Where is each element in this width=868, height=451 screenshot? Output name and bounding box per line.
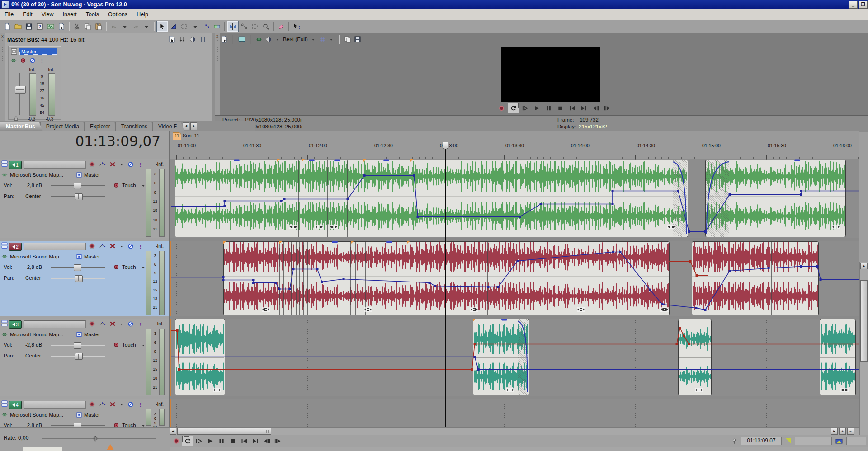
vertical-scrollbar[interactable]: ▲ ▼ + − (859, 262, 868, 451)
pan-slider[interactable] (51, 193, 105, 199)
menu-file[interactable]: File (0, 10, 18, 19)
track-device[interactable]: Microsoft Sound Map... (10, 332, 63, 337)
copy-button[interactable] (82, 21, 93, 32)
pan-value[interactable]: Center (25, 193, 41, 199)
phase-warning-icon[interactable]: ! (137, 243, 144, 249)
envelope-icon[interactable] (99, 320, 106, 327)
restore-button[interactable]: ❐ (859, 1, 868, 9)
vol-value[interactable]: -2,8 dB (25, 423, 42, 427)
phase-warning-icon[interactable]: ! (137, 401, 144, 408)
insert-fx-icon[interactable] (10, 57, 17, 64)
record-arm-icon[interactable] (89, 401, 95, 408)
open-project-button[interactable] (13, 21, 24, 32)
tab-project-media[interactable]: Project Media (40, 122, 87, 131)
bus-assign-icon[interactable] (76, 412, 82, 418)
normal-edit-tool-button[interactable] (156, 21, 168, 32)
phase-warning-icon[interactable]: ! (137, 321, 144, 327)
track-3-lane[interactable] (170, 319, 859, 396)
track-collapse-icon[interactable] (1, 160, 8, 167)
input-routing-icon[interactable] (1, 331, 8, 338)
loop-button[interactable] (182, 436, 193, 446)
track-2-lane[interactable] (170, 241, 859, 316)
selection-edit-tool-button[interactable] (179, 21, 190, 32)
meter-clip-left[interactable]: -Inf. (28, 67, 35, 72)
track-number-badge[interactable]: 2 (9, 243, 22, 251)
go-to-start-button[interactable] (566, 103, 577, 113)
vol-slider[interactable] (51, 264, 105, 270)
rate-shuttle-handle[interactable] (89, 435, 102, 442)
mute-dropdown-icon[interactable] (119, 402, 124, 407)
scroll-up-button[interactable]: ▲ (860, 263, 868, 269)
automation-mode[interactable]: Touch (122, 264, 136, 270)
record-button[interactable] (171, 436, 182, 446)
automation-gear-icon[interactable] (113, 342, 119, 348)
track-bus[interactable]: Master (84, 412, 100, 418)
tab-scroll-left[interactable]: ◄ (183, 122, 189, 130)
redo-button[interactable] (130, 21, 141, 32)
automation-mode[interactable]: Touch (122, 342, 136, 348)
automation-dropdown-icon[interactable] (141, 343, 146, 348)
copy-snapshot-button[interactable] (344, 36, 351, 43)
envelope-icon[interactable] (99, 161, 106, 168)
bus-properties-icon[interactable] (10, 48, 18, 55)
previous-frame-button[interactable] (261, 436, 272, 446)
tab-video-f[interactable]: Video F (152, 122, 184, 131)
render-as-button[interactable]: ? (34, 21, 45, 32)
menu-help[interactable]: Help (132, 10, 153, 19)
cursor-time-display[interactable]: 01:13:09,07 (0, 133, 160, 155)
status-time-field[interactable]: 01:13:09,07 (741, 437, 782, 445)
split-screen-button[interactable] (265, 36, 272, 43)
vol-value[interactable]: -2,8 dB (25, 183, 42, 188)
overlay-grid-button[interactable] (319, 36, 326, 43)
record-arm-icon[interactable] (89, 320, 95, 327)
undo-dropdown[interactable] (119, 21, 130, 32)
track-3-header[interactable]: 3 ! -Inf. Microsoft Sound Map... Master … (0, 319, 169, 396)
stop-button[interactable] (555, 103, 566, 113)
selection-end-field[interactable] (846, 437, 866, 445)
automation-gear-icon[interactable] (113, 264, 119, 270)
track-bus[interactable]: Master (84, 332, 100, 337)
time-ruler[interactable]: 01:11:0001:11:3001:12:0001:12:3001:13:00… (170, 141, 859, 160)
mute-icon[interactable] (109, 401, 116, 408)
pan-value[interactable]: Center (25, 353, 41, 358)
track-device[interactable]: Microsoft Sound Map... (10, 412, 63, 418)
automation-dropdown-icon[interactable] (141, 265, 146, 270)
zoom-out-time-button[interactable]: − (847, 428, 854, 435)
bus-assign-icon[interactable] (76, 254, 82, 260)
scroll-left-button[interactable]: ◄ (170, 428, 176, 435)
marker-label[interactable]: Son_11 (183, 133, 199, 138)
record-button[interactable] (496, 103, 507, 113)
automation-settings-icon[interactable] (20, 57, 26, 64)
menu-tools[interactable]: Tools (81, 10, 104, 19)
automation-gear-icon[interactable] (113, 422, 119, 427)
play-from-start-button[interactable] (193, 436, 204, 446)
pin-icon[interactable] (731, 438, 737, 444)
go-to-start-button[interactable] (239, 436, 250, 446)
horizontal-scrollbar[interactable]: ◄ ► + − (170, 427, 859, 435)
track-1-lane[interactable] (170, 159, 859, 238)
horizontal-scroll-thumb[interactable] (177, 428, 271, 435)
play-from-start-button[interactable] (519, 103, 530, 113)
preview-fx-button[interactable] (256, 36, 262, 42)
eraser-tool-button[interactable] (276, 21, 287, 32)
tab-explorer[interactable]: Explorer (84, 122, 118, 131)
pan-slider[interactable] (51, 353, 105, 359)
track-4-lane[interactable] (170, 399, 859, 427)
envelope-edit-tool-button[interactable] (168, 21, 179, 32)
cursor-handle[interactable] (443, 142, 448, 149)
master-name-field[interactable]: Master (19, 48, 57, 55)
vol-slider[interactable] (51, 423, 105, 427)
pause-button[interactable] (543, 103, 554, 113)
track-number-badge[interactable]: 4 (9, 401, 22, 409)
split-screen-dropdown[interactable] (275, 37, 280, 42)
envelope-icon[interactable] (99, 243, 106, 249)
solo-icon[interactable] (127, 243, 134, 249)
redo-dropdown[interactable] (141, 21, 152, 32)
whats-this-button[interactable]: ? (291, 21, 302, 32)
mute-icon[interactable] (109, 161, 116, 168)
meter-clip-right[interactable]: -Inf. (47, 67, 54, 72)
marker-bar[interactable]: 11 Son_11 (170, 131, 859, 141)
marquee-select-button[interactable] (250, 21, 260, 32)
automation-gear-icon[interactable] (113, 182, 119, 188)
zoom-tool-button[interactable] (260, 21, 271, 32)
